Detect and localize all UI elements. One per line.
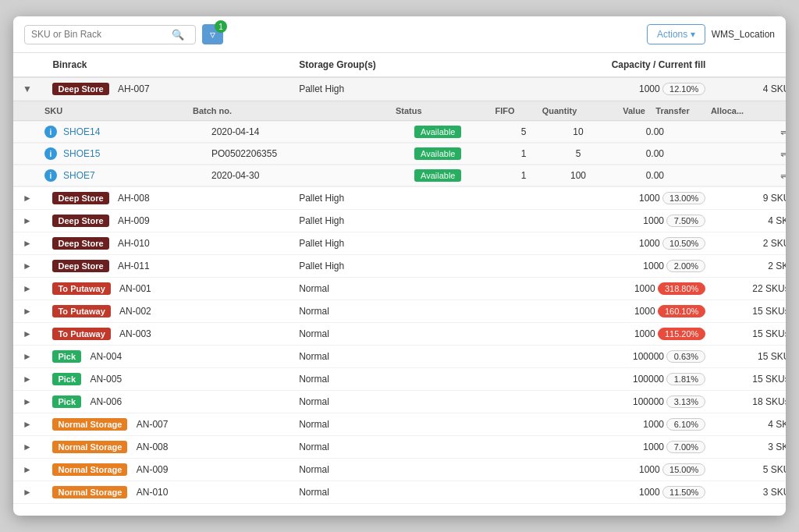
items-cell: 15 SKUs x 1601 [713, 300, 786, 323]
sub-sku-value[interactable]: SHOE7 [63, 170, 211, 181]
fill-pill: 10.50% [662, 237, 705, 250]
expand-cell[interactable]: ► [13, 436, 44, 459]
sub-batch-value: PO0502206355 [211, 148, 414, 159]
sub-header-row: SKU Batch no. Status FIFO Quantity Value… [13, 101, 786, 122]
binrack-cell: Pick AN-006 [44, 391, 291, 413]
expand-cell[interactable]: ► [13, 255, 44, 278]
actions-button[interactable]: Actions ▾ [647, 24, 705, 44]
sub-act-value[interactable]: ⇌ [773, 169, 786, 182]
sub-data-cell: i SHOE15 PO0502206355 Available 1 5 0.00 [13, 144, 786, 165]
binrack-cell: Deep Store AH-009 [44, 210, 291, 232]
expand-button[interactable]: ► [21, 487, 34, 498]
expand-cell[interactable]: ► [13, 278, 44, 300]
sub-fifo-value: 1 [500, 148, 547, 159]
fill-pill: 115.20% [658, 328, 705, 340]
info-icon: i [44, 147, 57, 160]
table-row: ► Deep Store AH-010 Pallet High 1000 10.… [13, 232, 786, 255]
sub-fifo-value: 5 [500, 126, 547, 137]
capacity-cell: 100000 1.81% [538, 368, 714, 391]
items-cell: 3 SKUs x 115 [713, 481, 786, 504]
status-badge: Available [414, 126, 461, 138]
filter-button[interactable]: ▿ 1 [202, 24, 223, 44]
expand-cell[interactable]: ► [13, 413, 44, 436]
expand-cell[interactable]: ▼ [13, 77, 44, 101]
sub-col-sku-header: SKU [44, 106, 193, 115]
capacity-cell: 1000 10.50% [538, 232, 714, 255]
expand-button[interactable]: ► [21, 464, 34, 475]
expand-button[interactable]: ► [21, 396, 34, 407]
sub-val-value: 0.00 [609, 148, 664, 159]
expand-button[interactable]: ► [21, 328, 34, 339]
table-row: ► Normal Storage AN-009 Normal 1000 15.0… [13, 459, 786, 481]
expand-cell[interactable]: ► [13, 187, 44, 210]
expand-button[interactable]: ► [21, 442, 34, 452]
storage-group-cell: Pallet High [291, 255, 538, 278]
info-icon: i [44, 169, 57, 182]
expand-button[interactable]: ► [21, 261, 34, 271]
tag-label: Normal Storage [52, 441, 127, 453]
table-row: ► To Putaway AN-002 Normal 1000 160.10% … [13, 300, 786, 323]
expand-button[interactable]: ► [21, 306, 34, 317]
tag-label: Deep Store [52, 192, 108, 204]
fill-pill: 160.10% [658, 305, 705, 317]
binrack-value: AN-008 [137, 442, 169, 452]
sku-link[interactable]: SHOE7 [63, 170, 95, 181]
expand-button[interactable]: ► [21, 419, 34, 430]
binrack-cell: To Putaway AN-001 [44, 278, 291, 300]
sub-sku-value[interactable]: SHOE14 [63, 126, 211, 137]
tag-label: Normal Storage [52, 463, 127, 476]
binrack-cell: Normal Storage AN-008 [44, 436, 291, 459]
expand-cell[interactable]: ► [13, 481, 44, 504]
expand-button[interactable]: ► [21, 351, 34, 362]
sub-act-value[interactable]: ⇌ [773, 126, 786, 138]
table-header-row: Binrack Storage Group(s) Capacity / Curr… [13, 53, 786, 77]
search-input[interactable] [31, 29, 172, 40]
binrack-value: AN-010 [137, 487, 169, 498]
capacity-cell: 1000 2.00% [538, 255, 714, 278]
expand-cell[interactable]: ► [13, 368, 44, 391]
adjust-icon[interactable]: ⇌ [780, 147, 786, 160]
expand-button[interactable]: ► [21, 193, 34, 204]
expand-cell[interactable]: ► [13, 300, 44, 323]
sku-link[interactable]: SHOE15 [63, 148, 100, 159]
expand-cell[interactable]: ► [13, 346, 44, 368]
fill-pill: 7.50% [666, 215, 705, 227]
expand-cell[interactable]: ► [13, 323, 44, 346]
binrack-value: AH-010 [118, 238, 150, 249]
expand-button[interactable]: ▼ [21, 83, 34, 94]
search-icon[interactable]: 🔍 [172, 29, 184, 41]
binrack-cell: Deep Store AH-007 [44, 77, 291, 101]
sub-act-value[interactable]: ⇌ [773, 147, 786, 160]
sub-col-val-header: Value [591, 106, 645, 115]
sku-link[interactable]: SHOE14 [63, 126, 100, 137]
search-box[interactable]: 🔍 [24, 25, 196, 44]
sub-qty-value: 100 [547, 170, 609, 181]
sub-col-qty-header: Quantity [528, 106, 591, 115]
tag-label: Deep Store [52, 237, 108, 250]
binrack-value: AH-011 [118, 261, 150, 271]
capacity-cell: 1000 13.00% [538, 187, 714, 210]
sub-batch-value: 2020-04-14 [211, 126, 414, 137]
storage-group-cell: Pallet High [291, 77, 538, 101]
sub-sku-value[interactable]: SHOE15 [63, 148, 211, 159]
tag-label: Deep Store [52, 260, 108, 272]
expand-button[interactable]: ► [21, 238, 34, 249]
adjust-icon[interactable]: ⇌ [780, 126, 786, 138]
items-cell: 9 SKUs x 130 [713, 187, 786, 210]
info-icon: i [44, 126, 57, 138]
expand-cell[interactable]: ► [13, 459, 44, 481]
sub-header-inner: SKU Batch no. Status FIFO Quantity Value… [13, 101, 786, 121]
expand-button[interactable]: ► [21, 283, 34, 294]
binrack-value: AH-009 [118, 215, 150, 226]
tag-label: Pick [52, 350, 81, 363]
expand-cell[interactable]: ► [13, 210, 44, 232]
adjust-icon[interactable]: ⇌ [780, 169, 786, 182]
capacity-cell: 1000 318.80% [538, 278, 714, 300]
tag-label: Normal Storage [52, 418, 127, 431]
expand-button[interactable]: ► [21, 374, 34, 385]
expand-cell[interactable]: ► [13, 232, 44, 255]
expand-button[interactable]: ► [21, 215, 34, 226]
tag-label: Deep Store [52, 215, 108, 227]
expand-cell[interactable]: ► [13, 391, 44, 413]
toolbar: 🔍 ▿ 1 Actions ▾ WMS_Location [13, 16, 786, 53]
